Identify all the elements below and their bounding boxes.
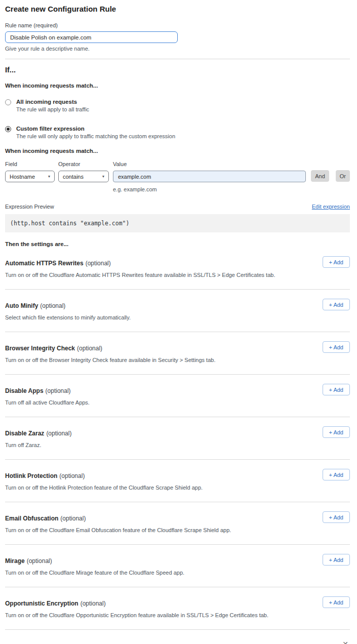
radio-option-description: The rule will apply to all traffic — [16, 106, 89, 112]
setting-title: Automatic HTTPS Rewrites — [5, 260, 84, 267]
add-setting-button[interactable]: + Add — [323, 256, 350, 268]
section-divider — [5, 59, 350, 59]
filter-expression-row: Field Hostname ▾ Operator contains ▾ Val… — [5, 161, 350, 192]
setting-title: Disable Apps — [5, 387, 44, 394]
radio-option-label: All incoming requests — [16, 99, 89, 105]
add-setting-button[interactable]: + Add — [323, 426, 350, 438]
incoming-requests-match-heading: When incoming requests match... — [5, 83, 350, 89]
radio-option-label: Custom filter expression — [16, 126, 175, 132]
add-setting-button[interactable]: + Add — [323, 511, 350, 523]
value-input[interactable] — [113, 171, 306, 182]
setting-description: Turn on or off the Cloudflare Mirage fea… — [5, 570, 309, 576]
operator-select[interactable]: contains ▾ — [58, 171, 109, 182]
create-configuration-rule-page: Create new Configuration Rule Rule name … — [0, 0, 357, 644]
add-setting-button[interactable]: + Add — [323, 341, 350, 353]
setting-optional-tag: (optional) — [40, 302, 65, 309]
setting-description: Turn on or off the Cloudflare Email Obfu… — [5, 527, 309, 533]
add-setting-button[interactable]: + Add — [323, 469, 350, 480]
filter-match-heading: When incoming requests match... — [5, 148, 350, 154]
setting-row: Browser Integrity Check(optional) Turn o… — [5, 332, 350, 375]
then-settings-heading: Then the settings are... — [5, 241, 350, 247]
rule-name-input[interactable] — [5, 31, 178, 43]
value-helper: e.g. example.com — [113, 186, 306, 192]
add-setting-button[interactable]: + Add — [323, 596, 350, 608]
setting-title: Hotlink Protection — [5, 472, 57, 479]
page-title: Create new Configuration Rule — [5, 5, 350, 13]
operator-select-value: contains — [63, 174, 84, 180]
field-label: Field — [5, 161, 55, 167]
setting-title: Auto Minify — [5, 302, 38, 309]
rule-name-helper: Give your rule a descriptive name. — [5, 46, 350, 52]
setting-row: Disable Zaraz(optional) Turn off Zaraz. … — [5, 417, 350, 460]
setting-row: Mirage(optional) Turn on or off the Clou… — [5, 545, 350, 587]
setting-row: Hotlink Protection(optional) Turn on or … — [5, 460, 350, 502]
edit-expression-link[interactable]: Edit expression — [312, 204, 350, 210]
radio-unselected-icon[interactable] — [5, 99, 11, 105]
settings-list: Automatic HTTPS Rewrites(optional) Turn … — [5, 247, 350, 630]
close-icon[interactable]: ✕ — [342, 640, 348, 644]
setting-optional-tag: (optional) — [46, 387, 71, 394]
add-setting-button[interactable]: + Add — [323, 384, 350, 395]
field-select[interactable]: Hostname ▾ — [5, 171, 55, 182]
setting-description: Turn off all active Cloudflare Apps. — [5, 399, 309, 406]
setting-optional-tag: (optional) — [86, 260, 111, 267]
setting-title: Opportunistic Encryption — [5, 600, 78, 607]
setting-optional-tag: (optional) — [81, 600, 106, 607]
setting-description: Turn on or off the Browser Integrity Che… — [5, 357, 309, 363]
setting-optional-tag: (optional) — [27, 557, 52, 565]
value-label: Value — [113, 161, 306, 167]
setting-row: Email Obfuscation(optional) Turn on or o… — [5, 502, 350, 545]
rule-name-label: Rule name (required) — [5, 22, 350, 28]
setting-description: Select which file extensions to minify a… — [5, 314, 309, 320]
add-setting-button[interactable]: + Add — [323, 299, 350, 310]
setting-row: Automatic HTTPS Rewrites(optional) Turn … — [5, 247, 350, 290]
setting-row: Auto Minify(optional) Select which file … — [5, 290, 350, 332]
radio-option-all-incoming-requests[interactable]: All incoming requests The rule will appl… — [5, 99, 350, 112]
setting-description: Turn off Zaraz. — [5, 442, 309, 448]
setting-optional-tag: (optional) — [59, 472, 85, 479]
setting-title: Mirage — [5, 557, 25, 565]
setting-optional-tag: (optional) — [77, 345, 102, 352]
chevron-down-icon: ▾ — [102, 174, 104, 179]
setting-title: Email Obfuscation — [5, 515, 58, 522]
operator-label: Operator — [58, 161, 109, 167]
expression-preview-code: (http.host contains "example.com") — [5, 214, 350, 232]
radio-option-custom-filter-expression[interactable]: Custom filter expression The rule will o… — [5, 126, 350, 139]
setting-title: Browser Integrity Check — [5, 345, 75, 352]
and-button[interactable]: And — [311, 170, 329, 182]
field-select-value: Hostname — [10, 174, 35, 180]
expression-preview-label: Expression Preview — [5, 204, 54, 210]
or-button[interactable]: Or — [336, 170, 350, 182]
radio-option-description: The rule will only apply to traffic matc… — [16, 133, 175, 139]
setting-title: Disable Zaraz — [5, 430, 44, 437]
setting-optional-tag: (optional) — [60, 515, 86, 522]
setting-row: Disable Apps(optional) Turn off all acti… — [5, 375, 350, 417]
setting-row-polish: ✕ Polish(optional) Change the settings o… — [5, 630, 350, 644]
radio-selected-icon[interactable] — [5, 126, 11, 132]
chevron-down-icon: ▾ — [48, 174, 50, 179]
setting-optional-tag: (optional) — [46, 430, 71, 437]
setting-description: Turn on or off the Cloudflare Opportunis… — [5, 612, 309, 618]
if-heading: If... — [5, 66, 350, 74]
setting-description: Turn on or off the Hotlink Protection fe… — [5, 485, 309, 491]
add-setting-button[interactable]: + Add — [323, 554, 350, 566]
setting-description: Turn on or off the Cloudflare Automatic … — [5, 272, 309, 278]
setting-row: Opportunistic Encryption(optional) Turn … — [5, 587, 350, 630]
